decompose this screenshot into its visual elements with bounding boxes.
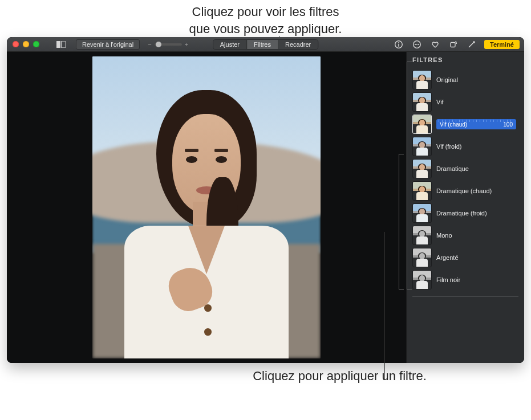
filters-list: OriginalVifVif (chaud)100Vif (froid)Dram… — [412, 69, 518, 291]
tab-filters[interactable]: Filtres — [247, 40, 278, 49]
filter-row-argente[interactable]: Argenté — [412, 247, 518, 268]
filters-sidebar-header: FILTRES — [412, 56, 518, 67]
callout-top: Cliquez pour voir les filtres que vous p… — [0, 0, 531, 37]
filter-row-vif-chaud[interactable]: Vif (chaud)100 — [412, 113, 518, 135]
edit-mode-segmented-control: Ajuster Filtres Recadrer — [213, 39, 318, 50]
svg-point-8 — [418, 44, 419, 45]
filter-row-film-noir[interactable]: Film noir — [412, 269, 518, 291]
callout-bottom: Cliquez pour appliquer un filtre. — [0, 363, 531, 392]
filter-label: Vif (chaud) — [440, 121, 467, 128]
filter-label: Film noir — [436, 276, 460, 283]
done-button[interactable]: Terminé — [484, 40, 520, 49]
callout-bottom-text: Cliquez pour appliquer un filtre. — [253, 369, 427, 383]
bracket-all-filters — [407, 62, 407, 289]
sidebar-bottom-divider — [412, 296, 518, 297]
titlebar: Revenir à l'original − + Ajuster Filtres… — [7, 37, 524, 52]
zoom-slider-track[interactable] — [155, 43, 182, 46]
svg-rect-1 — [62, 41, 66, 48]
filter-label: Mono — [436, 232, 452, 239]
svg-rect-0 — [56, 41, 60, 48]
filter-label: Vif — [436, 99, 444, 105]
zoom-plus-label: + — [185, 41, 188, 48]
callout-line-bottom — [384, 232, 385, 379]
svg-rect-3 — [398, 44, 399, 47]
filter-row-dramatique-chaud[interactable]: Dramatique (chaud) — [412, 180, 518, 202]
filter-thumbnail — [412, 203, 432, 223]
zoom-slider[interactable]: − + — [148, 41, 188, 48]
bracket-apply-filter — [399, 154, 399, 289]
tab-crop[interactable]: Recadrer — [278, 40, 318, 49]
photos-edit-window: Revenir à l'original − + Ajuster Filtres… — [7, 37, 524, 363]
svg-point-6 — [415, 44, 416, 45]
callout-top-text: Cliquez pour voir les filtres que vous p… — [189, 5, 342, 36]
edit-body: FILTRES OriginalVifVif (chaud)100Vif (fr… — [7, 52, 524, 363]
zoom-minus-label: − — [148, 41, 151, 48]
filter-thumbnail — [412, 92, 432, 112]
zoom-slider-thumb[interactable] — [156, 42, 161, 47]
filter-thumbnail — [412, 181, 432, 201]
filter-thumbnail — [412, 137, 432, 156]
filter-thumbnail — [412, 248, 432, 267]
svg-point-7 — [416, 44, 417, 45]
photo-canvas[interactable] — [7, 52, 406, 363]
filter-label: Dramatique — [436, 165, 469, 172]
filter-intensity-value: 100 — [503, 121, 513, 128]
zoom-window-button[interactable] — [33, 41, 39, 47]
filter-thumbnail — [412, 270, 432, 289]
info-icon[interactable] — [393, 39, 404, 50]
filter-row-dramatique[interactable]: Dramatique — [412, 158, 518, 180]
svg-rect-9 — [451, 42, 455, 47]
filter-row-dramatique-froid[interactable]: Dramatique (froid) — [412, 202, 518, 224]
close-window-button[interactable] — [13, 41, 19, 47]
filter-thumbnail — [412, 70, 432, 89]
filters-sidebar: FILTRES OriginalVifVif (chaud)100Vif (fr… — [406, 52, 524, 363]
minimize-window-button[interactable] — [23, 41, 29, 47]
filter-thumbnail — [412, 115, 432, 134]
filter-row-vif[interactable]: Vif — [412, 91, 518, 113]
filter-label: Vif (froid) — [436, 143, 461, 150]
window-controls — [13, 41, 39, 47]
rotate-icon[interactable] — [448, 39, 459, 50]
favorite-heart-icon[interactable] — [429, 39, 441, 50]
filter-label: Dramatique (froid) — [436, 210, 487, 217]
toolbar-right-group: Terminé — [393, 39, 520, 50]
filter-label: Argenté — [436, 254, 459, 261]
revert-to-original-button[interactable]: Revenir à l'original — [76, 39, 140, 50]
edited-photo — [92, 56, 321, 358]
filter-thumbnail — [412, 226, 432, 245]
filter-label: Dramatique (chaud) — [436, 187, 492, 194]
filter-row-original[interactable]: Original — [412, 69, 518, 91]
compare-split-icon[interactable] — [55, 39, 67, 50]
filter-thumbnail — [412, 159, 432, 178]
filter-row-mono[interactable]: Mono — [412, 225, 518, 246]
tab-adjust[interactable]: Ajuster — [213, 40, 247, 49]
filter-intensity-slider[interactable]: Vif (chaud)100 — [436, 119, 516, 129]
filter-label: Original — [436, 76, 458, 83]
more-icon[interactable] — [411, 39, 423, 50]
svg-rect-4 — [398, 42, 399, 43]
auto-enhance-wand-icon[interactable] — [466, 39, 477, 50]
filter-row-vif-froid[interactable]: Vif (froid) — [412, 136, 518, 157]
